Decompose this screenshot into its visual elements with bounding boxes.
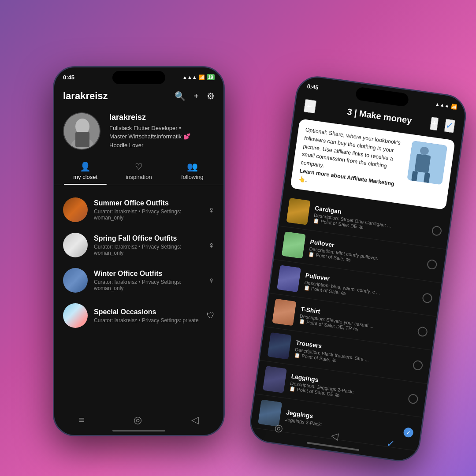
radio-2[interactable] [427, 259, 438, 270]
profile-bio: Fullstack Flutter Developer • Master Wir… [109, 124, 215, 150]
app-title: larakreisz [63, 90, 108, 102]
dynamic-island [112, 71, 165, 84]
svg-rect-6 [414, 154, 431, 173]
my-closet-icon: 👤 [80, 161, 91, 172]
bio-line3: Hoodie Lover [109, 142, 143, 149]
lookbook-meta-1: Curator: larakreisz • Privacy Settings: … [94, 208, 202, 221]
phones-container: 0:45 ▲▲▲ 📶 19 larakreisz 🔍 + ⚙ [40, 40, 436, 436]
header-actions: + ✓ [430, 117, 456, 133]
profile-section: larakreisz Fullstack Flutter Developer •… [54, 105, 223, 157]
wifi-right: 📶 [451, 103, 458, 110]
status-icons-left: ▲▲▲ 📶 19 [182, 74, 215, 80]
tab-inspiration[interactable]: ♡ inspiration [112, 161, 165, 185]
signal-icon: ▲▲▲ [182, 74, 197, 80]
lookbook-item[interactable]: Summer Office Outfits Curator: larakreis… [54, 192, 223, 227]
profile-info: larakreisz Fullstack Flutter Developer •… [109, 113, 215, 150]
lookbook-meta-4: Curator: larakreisz • Privacy Settings: … [94, 317, 201, 324]
status-icons-right: ▲▲▲ 📶 [435, 101, 457, 110]
lookbook-name-4: Special Occasions [94, 308, 201, 316]
signal-right: ▲▲▲ [435, 101, 450, 108]
svg-rect-3 [75, 132, 89, 147]
bio-line2: Master Wirtschaftsinformatik 💕 [109, 133, 190, 140]
lookbook-item[interactable]: Special Occasions Curator: larakreisz • … [54, 298, 223, 333]
home-indicator [112, 430, 165, 431]
clothing-thumb-6 [263, 366, 287, 393]
lookbook-meta-3: Curator: larakreisz • Privacy Settings: … [94, 279, 202, 291]
add-button[interactable]: + [193, 91, 199, 101]
phone-left-screen: 0:45 ▲▲▲ 📶 19 larakreisz 🔍 + ⚙ [54, 67, 223, 435]
radio-6[interactable] [408, 394, 419, 405]
home-btn-right[interactable]: ◎ [274, 422, 283, 434]
radio-3[interactable] [422, 293, 433, 304]
tip-text: Optional: Share, where your lookbook's f… [298, 126, 408, 197]
tip-learn-more[interactable]: Learn more about Affiliate Marketing 👆. [298, 167, 394, 187]
lookbook-list: Summer Office Outfits Curator: larakreis… [54, 189, 223, 337]
clothing-thumb-2 [282, 231, 306, 259]
inspiration-icon: ♡ [135, 161, 143, 172]
confirm-button[interactable]: ✓ [444, 119, 455, 133]
following-label: following [181, 174, 204, 180]
lookbook-name-3: Winter Office Outfits [94, 270, 202, 278]
privacy-icon-2: ♀ [208, 240, 215, 250]
lookbook-item[interactable]: Winter Office Outfits Curator: larakreis… [54, 263, 223, 298]
back-button[interactable]: ← [304, 99, 317, 113]
add-item-button[interactable]: + [430, 117, 439, 131]
clothing-list: Cardigan Description: Street One Cardiga… [250, 191, 451, 453]
clothing-thumb-3 [277, 265, 301, 292]
back-icon[interactable]: ◁ [191, 414, 199, 426]
lookbook-name-1: Summer Office Outfits [94, 199, 202, 207]
privacy-icon-1: ♀ [208, 205, 215, 215]
tabs-container: 👤 my closet ♡ inspiration 👥 following [54, 157, 223, 185]
lookbook-meta-2: Curator: larakreisz • Privacy Settings: … [94, 244, 202, 256]
lookbook-info-2: Spring Fall Office Outfits Curator: lara… [94, 234, 202, 256]
tip-main-text: Optional: Share, where your lookbook's f… [298, 126, 401, 187]
lookbook-name-2: Spring Fall Office Outfits [94, 234, 202, 242]
my-closet-label: my closet [73, 174, 97, 180]
search-button[interactable]: 🔍 [175, 91, 186, 101]
radio-4[interactable] [417, 326, 428, 337]
status-time-left: 0:45 [63, 74, 74, 81]
phone-right: 0:45 ▲▲▲ 📶 ← 3 | Make money + ✓ Optional… [247, 74, 469, 464]
hamburger-icon[interactable]: ≡ [79, 414, 85, 426]
status-time-right: 0:45 [307, 82, 319, 90]
page-title: 3 | Make money [346, 107, 413, 126]
wifi-icon: 📶 [199, 74, 205, 80]
phone-right-screen: 0:45 ▲▲▲ 📶 ← 3 | Make money + ✓ Optional… [249, 75, 467, 462]
status-bar-left: 0:45 ▲▲▲ 📶 19 [54, 67, 223, 87]
radio-1[interactable] [431, 226, 442, 237]
clothing-thumb-4 [272, 299, 296, 326]
clothing-thumb-5 [267, 332, 291, 360]
lookbook-info-4: Special Occasions Curator: larakreisz • … [94, 308, 201, 324]
confirm-nav-btn[interactable]: ✓ [386, 438, 395, 450]
lookbook-info-1: Summer Office Outfits Curator: larakreis… [94, 199, 202, 221]
radio-5[interactable] [413, 360, 424, 371]
lookbook-info-3: Winter Office Outfits Curator: larakreis… [94, 270, 202, 291]
settings-button[interactable]: ⚙ [207, 91, 215, 101]
following-icon: 👥 [187, 161, 198, 172]
battery-badge: 19 [207, 74, 215, 80]
avatar-image [64, 113, 100, 149]
avatar [63, 112, 100, 150]
lookbook-thumb-4 [63, 303, 88, 328]
tip-image [407, 141, 447, 185]
profile-name: larakreisz [109, 113, 215, 122]
phone-left: 0:45 ▲▲▲ 📶 19 larakreisz 🔍 + ⚙ [53, 66, 225, 436]
lookbook-thumb-1 [63, 197, 88, 222]
bio-line1: Fullstack Flutter Developer • [109, 125, 181, 131]
nav-icons: 🔍 + ⚙ [175, 91, 215, 101]
clothing-thumb-1 [286, 198, 310, 225]
privacy-icon-4: 🛡 [207, 311, 215, 320]
lookbook-thumb-2 [63, 233, 88, 257]
top-nav-left: larakreisz 🔍 + ⚙ [54, 87, 223, 105]
tab-following[interactable]: 👥 following [166, 161, 219, 185]
inspiration-label: inspiration [126, 174, 152, 180]
lookbook-thumb-3 [63, 268, 88, 293]
tab-my-closet[interactable]: 👤 my closet [59, 161, 112, 185]
home-icon[interactable]: ◎ [134, 414, 142, 426]
lookbook-item[interactable]: Spring Fall Office Outfits Curator: lara… [54, 227, 223, 263]
privacy-icon-3: ♀ [208, 275, 215, 286]
back-btn-right[interactable]: ◁ [330, 430, 339, 442]
